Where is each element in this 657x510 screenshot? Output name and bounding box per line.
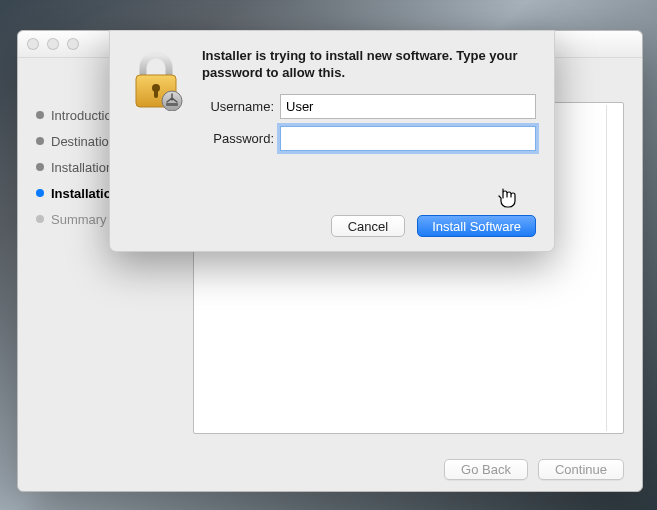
username-label: Username: [202, 99, 274, 114]
password-label: Password: [202, 131, 274, 146]
step-bullet [36, 215, 44, 223]
svg-rect-2 [154, 89, 158, 98]
cancel-button[interactable]: Cancel [331, 215, 405, 237]
go-back-button: Go Back [444, 459, 528, 480]
step-bullet [36, 189, 44, 197]
username-input[interactable] [280, 94, 536, 119]
vertical-scrollbar[interactable] [606, 105, 621, 431]
install-software-button[interactable]: Install Software [417, 215, 536, 237]
step-bullet [36, 137, 44, 145]
pointer-cursor-icon [497, 187, 517, 211]
auth-dialog: Installer is trying to install new softw… [109, 30, 555, 252]
continue-button: Continue [538, 459, 624, 480]
lock-icon [128, 47, 188, 151]
traffic-light-minimize[interactable] [47, 38, 59, 50]
auth-dialog-message: Installer is trying to install new softw… [202, 47, 536, 81]
step-bullet [36, 111, 44, 119]
svg-rect-4 [166, 103, 178, 106]
password-input[interactable] [280, 126, 536, 151]
step-label: Summary [51, 212, 107, 227]
desktop-background: Introduction Destination Select Installa… [0, 0, 657, 510]
step-bullet [36, 163, 44, 171]
traffic-light-close[interactable] [27, 38, 39, 50]
traffic-light-zoom[interactable] [67, 38, 79, 50]
